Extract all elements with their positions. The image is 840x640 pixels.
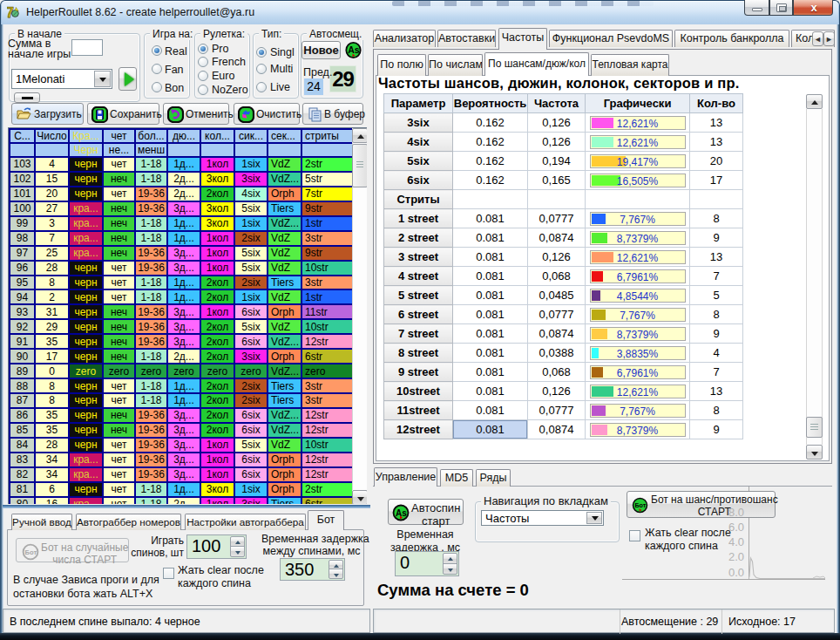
svg-text:As: As [396,508,407,518]
svg-text:Бот: Бот [25,548,37,556]
svg-text:As: As [348,44,360,55]
svg-text:Бот: Бот [634,501,646,509]
